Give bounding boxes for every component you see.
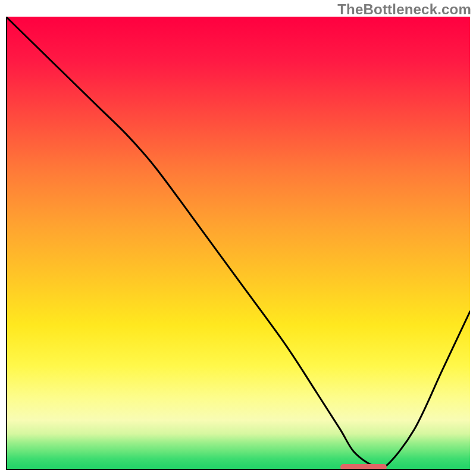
bottleneck-curve xyxy=(6,17,470,469)
line-svg xyxy=(6,17,470,470)
target-marker xyxy=(340,464,387,470)
chart-stage: TheBottleneck.com xyxy=(0,0,476,476)
plot-area xyxy=(6,17,470,470)
watermark-text: TheBottleneck.com xyxy=(337,1,471,18)
